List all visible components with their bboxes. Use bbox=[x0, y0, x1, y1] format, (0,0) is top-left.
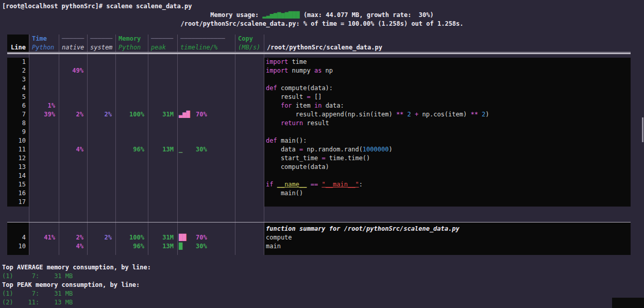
timeline-cell bbox=[178, 58, 235, 66]
time-system-value bbox=[88, 84, 116, 93]
table-row: 3 bbox=[7, 75, 631, 84]
timeline-cell bbox=[178, 172, 235, 180]
code-line bbox=[264, 172, 631, 180]
line-number: 4 bbox=[7, 233, 29, 242]
code-line: start_time = time.time() bbox=[264, 154, 631, 163]
summary-body: 4 41% 2% 2% 100% 31M ██70% compute 10 4%… bbox=[7, 233, 631, 251]
time-python-value bbox=[29, 128, 59, 136]
line-number: 7 bbox=[7, 110, 29, 119]
memory-peak-value bbox=[148, 93, 178, 101]
time-python-value bbox=[29, 189, 59, 198]
copy-mbs-value bbox=[235, 58, 264, 66]
code-line bbox=[264, 128, 631, 136]
copy-mbs-value bbox=[235, 119, 264, 128]
col-header-native: native bbox=[59, 43, 88, 52]
code-line bbox=[264, 75, 631, 84]
time-system-value bbox=[88, 75, 116, 84]
timeline-sparkline bbox=[179, 66, 196, 75]
time-system-value bbox=[88, 145, 116, 154]
time-python-value bbox=[29, 136, 59, 145]
table-row: 11 4% 96% 13M ▁30% data = np.random.rand… bbox=[7, 145, 631, 154]
line-number: 17 bbox=[7, 198, 29, 207]
memory-peak-value bbox=[148, 198, 178, 207]
memory-usage-sparkline: ▂▃▅▆▇▆▇███ bbox=[262, 11, 299, 19]
line-number: 10 bbox=[7, 242, 29, 251]
timeline-cell bbox=[178, 198, 235, 207]
code-line: def main(): bbox=[264, 136, 631, 145]
line-number: 5 bbox=[7, 93, 29, 101]
table-row: 6 1% for item in data: bbox=[7, 101, 631, 110]
scrollbar-thumb[interactable] bbox=[642, 117, 643, 142]
timeline-sparkline bbox=[179, 136, 196, 145]
memory-python-value bbox=[116, 163, 148, 172]
memory-peak-value bbox=[148, 119, 178, 128]
timeline-sparkline bbox=[179, 93, 196, 101]
memory-python-value bbox=[116, 66, 148, 75]
peak-memory-item: (1) 7: 31 MB bbox=[2, 289, 644, 298]
timeline-sparkline: ██ bbox=[179, 233, 196, 242]
timeline-sparkline bbox=[179, 101, 196, 110]
memory-usage-label: Memory usage: bbox=[210, 11, 262, 19]
line-number: 1 bbox=[7, 58, 29, 66]
timeline-sparkline bbox=[179, 58, 196, 66]
time-python-value bbox=[29, 180, 59, 189]
col-header-file-path: /root/pythonSrc/scalene_data.py bbox=[264, 43, 631, 52]
col-header-timeline: timeline/% bbox=[178, 43, 235, 52]
profiler-table: Time ────── ────── Memory ────── ───────… bbox=[7, 35, 631, 255]
line-number: 13 bbox=[7, 163, 29, 172]
timeline-sparkline bbox=[179, 75, 196, 84]
time-system-value bbox=[88, 163, 116, 172]
timeline-cell: ▁30% bbox=[178, 145, 235, 154]
memory-python-value bbox=[116, 101, 148, 110]
memory-python-value bbox=[116, 180, 148, 189]
col-group-time: Time bbox=[29, 35, 59, 43]
time-python-value: 41% bbox=[29, 233, 59, 242]
time-native-value: 2% bbox=[59, 110, 88, 119]
time-system-value bbox=[88, 136, 116, 145]
time-system-value bbox=[88, 66, 116, 75]
peak-memory-item: (2) 11: 13 MB bbox=[2, 298, 644, 307]
table-row: 12 start_time = time.time() bbox=[7, 154, 631, 163]
copy-mbs-value bbox=[235, 128, 264, 136]
time-native-value bbox=[59, 128, 88, 136]
timeline-sparkline: ▁ bbox=[179, 145, 196, 154]
time-native-value bbox=[59, 198, 88, 207]
line-number: 3 bbox=[7, 75, 29, 84]
copy-mbs-value bbox=[235, 75, 264, 84]
copy-mbs-value bbox=[235, 101, 264, 110]
code-line: def compute(data): bbox=[264, 84, 631, 93]
time-native-value bbox=[59, 189, 88, 198]
time-native-value bbox=[59, 163, 88, 172]
code-line: return result bbox=[264, 119, 631, 128]
function-summary-title: function summary for /root/pythonSrc/sca… bbox=[266, 225, 460, 232]
table-row: 10 def main(): bbox=[7, 136, 631, 145]
table-body: 1 import time 2 49% import numpy as np 3… bbox=[7, 58, 631, 207]
time-native-value: 2% bbox=[59, 233, 88, 242]
code-line: data = np.random.rand(1000000) bbox=[264, 145, 631, 154]
time-system-value bbox=[88, 198, 116, 207]
timeline-sparkline bbox=[179, 189, 196, 198]
code-line: import time bbox=[264, 58, 631, 66]
col-header-system: system bbox=[88, 43, 116, 52]
timeline-sparkline bbox=[179, 119, 196, 128]
copy-mbs-value bbox=[235, 242, 264, 251]
col-header-peak: peak bbox=[148, 43, 178, 52]
avg-memory-item: (1) 7: 31 MB bbox=[2, 272, 644, 281]
time-python-value bbox=[29, 93, 59, 101]
line-number: 10 bbox=[7, 136, 29, 145]
memory-python-value bbox=[116, 75, 148, 84]
memory-peak-value bbox=[148, 58, 178, 66]
code-line: compute(data) bbox=[264, 163, 631, 172]
timeline-sparkline bbox=[179, 128, 196, 136]
timeline-percent: 70% bbox=[196, 110, 207, 119]
time-system-value bbox=[88, 128, 116, 136]
memory-peak-value bbox=[148, 189, 178, 198]
col-header-memory-python: Python bbox=[116, 43, 148, 52]
time-python-value bbox=[29, 172, 59, 180]
timeline-percent: 70% bbox=[196, 233, 207, 242]
line-number: 6 bbox=[7, 101, 29, 110]
memory-python-value bbox=[116, 189, 148, 198]
timeline-sparkline bbox=[179, 172, 196, 180]
copy-mbs-value bbox=[235, 136, 264, 145]
time-system-value bbox=[88, 189, 116, 198]
